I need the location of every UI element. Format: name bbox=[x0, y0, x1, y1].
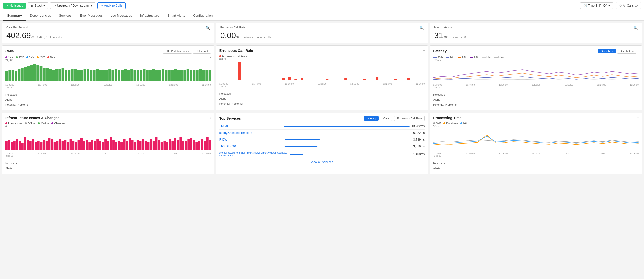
processing-chart bbox=[433, 129, 639, 151]
calls-releases-link[interactable]: Releases bbox=[5, 92, 211, 97]
service-name-1[interactable]: sportyz.rchland.ibm.com bbox=[219, 131, 283, 135]
svg-rect-83 bbox=[19, 141, 21, 150]
svg-rect-88 bbox=[32, 139, 34, 150]
svg-rect-92 bbox=[43, 140, 45, 150]
svg-rect-51 bbox=[165, 70, 168, 81]
tab-services[interactable]: Services bbox=[55, 11, 75, 21]
tab-infrastructure[interactable]: Infrastructure bbox=[136, 11, 164, 21]
toolbar-right: 🕐 Time Shift: Off ▾ ⊹ All Calls ⓘ bbox=[580, 2, 641, 9]
tab-error-messages[interactable]: Error Messages bbox=[75, 11, 107, 21]
proc-dot-http bbox=[460, 122, 462, 124]
svg-rect-46 bbox=[149, 70, 152, 81]
svg-rect-119 bbox=[115, 142, 117, 150]
legend-99th: 99th bbox=[470, 56, 479, 59]
latency-potential-problems-link[interactable]: Potential Problems bbox=[433, 102, 639, 107]
svg-rect-149 bbox=[195, 142, 198, 150]
svg-rect-95 bbox=[51, 139, 53, 150]
latency-alerts-link[interactable]: Alerts bbox=[433, 97, 639, 102]
svg-rect-43 bbox=[140, 70, 142, 81]
legend-90th: 90th bbox=[446, 56, 455, 59]
svg-rect-106 bbox=[80, 138, 83, 150]
tab-dependencies[interactable]: Dependencies bbox=[26, 11, 55, 21]
infra-alerts-link[interactable]: Alerts bbox=[5, 166, 211, 171]
toolbar: ✓ No Issues ⊞ Stack ▾ ⇄ Upstream / Downs… bbox=[0, 0, 644, 11]
svg-rect-123 bbox=[126, 141, 128, 150]
proc-legend-http: Http bbox=[460, 122, 468, 125]
latency-magnifier-icon[interactable]: 🔍 bbox=[633, 26, 638, 30]
cps-magnifier-icon[interactable]: 🔍 bbox=[206, 26, 210, 30]
http-status-codes-button[interactable]: HTTP status codes bbox=[163, 49, 192, 54]
svg-rect-24 bbox=[80, 70, 83, 81]
distribution-button[interactable]: Distribution bbox=[617, 49, 636, 54]
infra-dot-issues bbox=[5, 122, 7, 124]
view-all-services: View all services bbox=[219, 158, 425, 166]
tab-summary[interactable]: Summary bbox=[3, 11, 26, 21]
legend-2xx: 2XX bbox=[16, 56, 24, 59]
time-shift-button[interactable]: 🕐 Time Shift: Off ▾ bbox=[580, 2, 613, 9]
ecr-releases-link[interactable]: Releases bbox=[219, 91, 425, 96]
latency-tab-button[interactable]: Latency bbox=[364, 116, 379, 121]
latency-footer: Releases Alerts Potential Problems bbox=[433, 91, 639, 107]
legend-50th: 50th bbox=[433, 56, 443, 59]
service-name-4[interactable]: /home/jazz/current/idoc_30443/server/lib… bbox=[219, 151, 288, 157]
processing-alerts-link[interactable]: Alerts bbox=[433, 166, 639, 171]
processing-chevron[interactable]: ▾ bbox=[637, 117, 639, 119]
service-value-2: 3,739ms bbox=[413, 138, 425, 141]
calls-x-axis: 11:36:00Sep 20 11:46:00 11:56:00 12:06:0… bbox=[5, 84, 211, 89]
calls-potential-problems-link[interactable]: Potential Problems bbox=[5, 102, 211, 107]
nav-tabs: Summary Dependencies Services Error Mess… bbox=[0, 11, 644, 21]
svg-rect-5 bbox=[21, 68, 24, 81]
service-name-3[interactable]: TRSTGHOP bbox=[219, 145, 283, 148]
analyze-calls-button[interactable]: ⇢ Analyze Calls bbox=[97, 2, 126, 9]
processing-x-axis: 11:36:00Sep 20 11:46:00 11:56:00 12:06:0… bbox=[433, 152, 639, 157]
service-bar-4 bbox=[290, 154, 303, 155]
ecr-tab-button[interactable]: Erroneous Call Rate bbox=[394, 116, 425, 121]
svg-rect-84 bbox=[21, 143, 24, 150]
infra-chevron[interactable]: ▾ bbox=[210, 117, 211, 119]
svg-rect-38 bbox=[124, 69, 127, 81]
svg-rect-78 bbox=[5, 141, 8, 150]
calls-legend-chevron[interactable]: ▾ bbox=[210, 56, 211, 59]
calls-y-label: 24,000 bbox=[5, 59, 211, 62]
service-value-0: 13,282ms bbox=[412, 124, 425, 128]
processing-releases-link[interactable]: Releases bbox=[433, 161, 639, 166]
latency-releases-link[interactable]: Releases bbox=[433, 92, 639, 97]
service-name-0[interactable]: TRS/80 bbox=[219, 124, 282, 128]
ecr-alerts-link[interactable]: Alerts bbox=[219, 96, 425, 101]
call-count-button[interactable]: Call count bbox=[193, 49, 211, 54]
info-icon: ⓘ bbox=[635, 3, 638, 8]
infra-y-label: 4 bbox=[5, 125, 211, 128]
ecr-chevron[interactable]: ▾ bbox=[423, 49, 425, 52]
calls-card: Calls HTTP status codes Call count 1XX 2… bbox=[2, 45, 214, 110]
stack-button[interactable]: ⊞ Stack ▾ bbox=[28, 2, 48, 9]
latency-card-title: Latency bbox=[433, 49, 447, 53]
service-bar-3 bbox=[285, 146, 317, 147]
view-all-link[interactable]: View all services bbox=[311, 160, 333, 164]
tab-log-messages[interactable]: Log Messages bbox=[107, 11, 136, 21]
svg-rect-97 bbox=[56, 141, 58, 150]
service-bar-2 bbox=[285, 139, 320, 140]
service-name-2[interactable]: RIDW bbox=[219, 138, 283, 141]
svg-rect-90 bbox=[37, 141, 40, 150]
ecr-potential-problems-link[interactable]: Potential Problems bbox=[219, 101, 425, 106]
calls-alerts-link[interactable]: Alerts bbox=[5, 97, 211, 102]
svg-rect-135 bbox=[158, 140, 160, 150]
service-bar-1 bbox=[285, 133, 349, 133]
ecr-magnifier-icon[interactable]: 🔍 bbox=[419, 26, 424, 30]
upstream-downstream-button[interactable]: ⇄ Upstream / Downstream ▾ bbox=[50, 2, 95, 9]
svg-rect-154 bbox=[209, 140, 211, 150]
tab-smart-alerts[interactable]: Smart Alerts bbox=[163, 11, 189, 21]
calls-tab-button[interactable]: Calls bbox=[381, 116, 392, 121]
all-calls-button[interactable]: ⊹ All Calls ⓘ bbox=[616, 2, 641, 9]
ecr-card-title: Erroneous Call Rate bbox=[219, 49, 253, 53]
svg-rect-129 bbox=[142, 139, 144, 150]
no-issues-button[interactable]: ✓ No Issues bbox=[3, 3, 26, 9]
tab-configuration[interactable]: Configuration bbox=[189, 11, 217, 21]
latency-chevron[interactable]: ▾ bbox=[637, 50, 639, 53]
service-bar-0 bbox=[284, 126, 410, 127]
svg-rect-147 bbox=[190, 138, 192, 150]
processing-card-header: Processing Time ▾ bbox=[433, 116, 639, 120]
over-time-button[interactable]: Over Time bbox=[598, 49, 616, 53]
infra-releases-link[interactable]: Releases bbox=[5, 161, 211, 166]
svg-rect-13 bbox=[46, 68, 49, 81]
